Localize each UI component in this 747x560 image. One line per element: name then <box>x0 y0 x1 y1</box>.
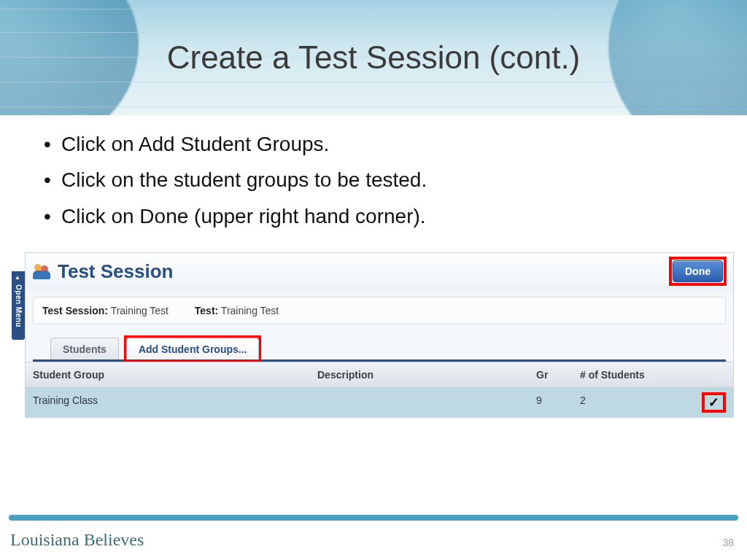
people-icon <box>33 263 52 279</box>
app-screenshot: Open Menu Test Session Done Test Session… <box>13 252 734 418</box>
footer-rule <box>9 515 738 521</box>
tabs-row: Students Add Student Groups... <box>50 338 726 359</box>
col-num-students: # of Students <box>573 362 697 387</box>
bullet-item: Click on Add Student Groups. <box>44 128 716 160</box>
session-info-bar: Test Session: Training Test Test: Traini… <box>33 297 726 324</box>
test-value: Training Test <box>221 305 279 316</box>
highlight-done: Done <box>671 259 724 284</box>
test-label: Test: <box>195 305 218 316</box>
cell-desc <box>310 388 529 417</box>
bullet-item: Click on the student groups to be tested… <box>44 164 716 195</box>
done-button[interactable]: Done <box>673 260 723 282</box>
tab-students[interactable]: Students <box>50 338 119 359</box>
highlight-check: ✓ <box>704 397 724 409</box>
col-grade: Gr <box>529 362 573 387</box>
session-label: Test Session: <box>42 305 108 316</box>
cell-group: Training Class <box>26 388 310 417</box>
slide-title: Create a Test Session (cont.) <box>0 0 747 115</box>
col-student-group: Student Group <box>26 362 310 387</box>
table-header: Student Group Description Gr # of Studen… <box>26 362 733 388</box>
table-row[interactable]: Training Class 9 2 ✓ <box>26 388 733 417</box>
cell-count: 2 <box>573 388 697 417</box>
session-value: Training Test <box>111 305 169 316</box>
open-menu-tab[interactable]: Open Menu <box>12 271 25 340</box>
footer-brand: Louisiana Believes <box>10 530 144 550</box>
bullet-item: Click on Done (upper right hand corner). <box>44 201 716 232</box>
col-select <box>697 362 733 387</box>
cell-grade: 9 <box>529 388 573 417</box>
slide-header: Create a Test Session (cont.) <box>0 0 747 115</box>
bullet-list: Click on Add Student Groups. Click on th… <box>0 115 747 242</box>
highlight-add-groups: Add Student Groups... <box>126 338 260 359</box>
check-icon: ✓ <box>704 394 724 411</box>
cell-select[interactable]: ✓ <box>697 388 733 417</box>
panel-title: Test Session <box>58 260 173 283</box>
page-number: 38 <box>722 537 734 548</box>
col-description: Description <box>310 362 529 387</box>
tab-add-student-groups[interactable]: Add Student Groups... <box>126 338 260 359</box>
